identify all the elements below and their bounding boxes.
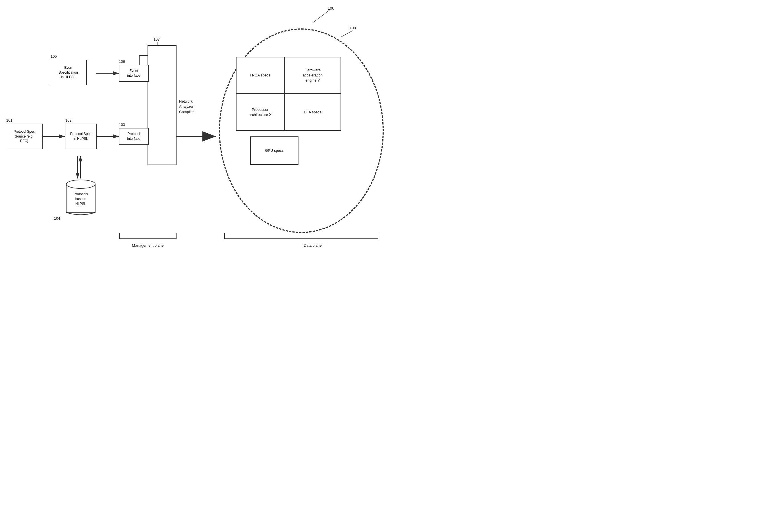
management-plane-label: Management plane [119,243,176,248]
protocol-spec-source-box: Protocol Spec Source (e.g. RFC) [6,123,43,149]
even-spec-box: Even Specification in HLPSL [50,60,87,85]
label-103: 103 [119,122,125,127]
protocols-base-label: Protocols base in HLPSL [67,192,95,206]
svg-rect-8 [148,45,176,165]
gpu-specs-box: GPU specs [250,136,298,165]
label-100: 100 [328,6,334,11]
hardware-accel-label: Hardware acceleration engine Y [303,68,323,83]
protocol-spec-hlpsl-box: Protocol Spec in HLPSL [65,123,97,149]
fpga-specs-label: FPGA specs [250,73,270,78]
label-104: 104 [54,216,60,221]
label-106: 106 [119,59,125,64]
svg-line-20 [313,10,330,23]
event-interface-box: Event interface [119,65,149,82]
protocol-interface-box: Protocol interface [119,128,149,145]
data-plane-label: Data plane [284,243,341,248]
even-spec-label: Even Specification in HLPSL [59,65,78,79]
dfa-specs-label: DFA specs [304,110,321,115]
protocol-interface-label: Protocol interface [127,132,140,141]
dfa-specs-box: DFA specs [284,94,341,131]
svg-line-22 [341,31,353,37]
processor-arch-label: Processor architecture X [249,107,272,117]
fpga-specs-box: FPGA specs [236,57,284,94]
processor-arch-box: Processor architecture X [236,94,284,131]
svg-point-24 [66,180,95,188]
event-interface-label: Event interface [127,69,140,78]
hardware-accel-box: Hardware acceleration engine Y [284,57,341,94]
diagram: 100 Protocol Spec Source (e.g. RFC) 101 … [0,0,391,266]
network-analyzer-compiler-label: Network Analyzer Compiler [179,94,194,114]
label-102: 102 [65,118,72,123]
label-107: 107 [153,37,160,42]
gpu-specs-label: GPU specs [265,148,284,153]
protocol-spec-hlpsl-label: Protocol Spec in HLPSL [70,132,92,141]
protocol-spec-source-label: Protocol Spec Source (e.g. RFC) [14,129,35,143]
label-108: 108 [350,26,356,31]
label-101: 101 [6,118,12,123]
label-105: 105 [50,54,57,59]
